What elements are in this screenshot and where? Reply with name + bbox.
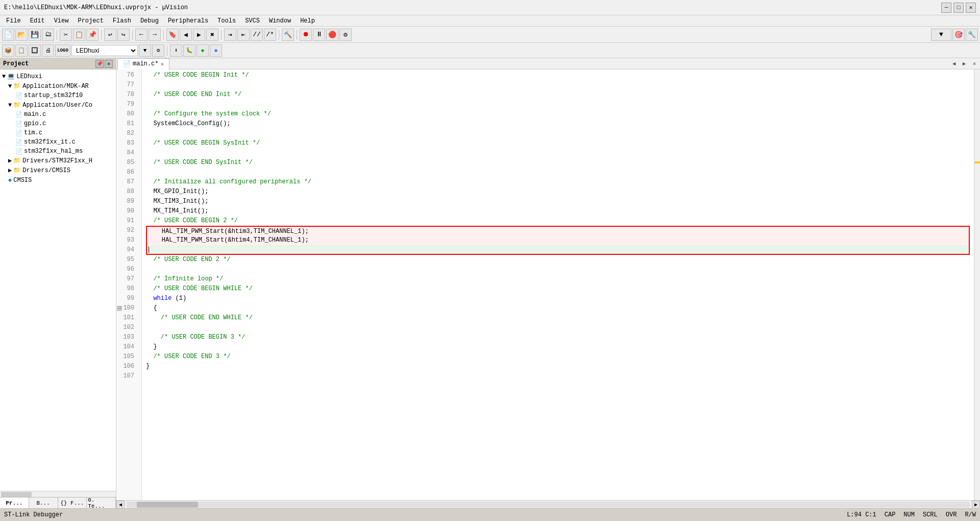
- tab-close-btn[interactable]: ✕: [160, 61, 164, 67]
- tb2-dropdown-btn[interactable]: ▼: [139, 44, 151, 57]
- bottom-scrollbar[interactable]: ◀ ▶: [116, 500, 980, 508]
- stop-btn[interactable]: ⏸: [313, 29, 325, 41]
- tree-app-user[interactable]: ▼ 📁 Application/User/Co: [0, 100, 116, 110]
- cut-btn[interactable]: ✂: [60, 29, 72, 41]
- menu-edit[interactable]: Edit: [26, 16, 49, 26]
- caps-label: CAP: [885, 511, 896, 518]
- lp-tab-books[interactable]: B...: [29, 498, 58, 508]
- tree-tim-c[interactable]: 📄 tim.c: [0, 128, 116, 137]
- menu-file[interactable]: File: [2, 16, 25, 26]
- expand-icon-user: ▼: [8, 102, 12, 109]
- menu-debug[interactable]: Debug: [136, 16, 163, 26]
- code-editor[interactable]: 76 77 78 79 80 81 82 83 84 85 86 87 88 8…: [116, 69, 980, 500]
- menu-tools[interactable]: Tools: [213, 16, 240, 26]
- next-bookmark-btn[interactable]: ▶: [193, 29, 205, 41]
- menu-peripherals[interactable]: Peripherals: [164, 16, 212, 26]
- settings-btn[interactable]: ⚙: [339, 29, 352, 41]
- h-scroll-left[interactable]: ◀: [116, 501, 125, 509]
- tree-app-mdk[interactable]: ▼ 📁 Application/MDK-AR: [0, 81, 116, 91]
- menu-flash[interactable]: Flash: [109, 16, 135, 26]
- tb2-diamond2[interactable]: ◆: [210, 44, 222, 57]
- indent-btn[interactable]: ⇥: [224, 29, 236, 41]
- tree-tim-label: tim.c: [24, 129, 42, 136]
- tree-stm-it[interactable]: 📄 stm32f1xx_it.c: [0, 137, 116, 147]
- tb2-diamond1[interactable]: ◆: [197, 44, 209, 57]
- tree-main-c[interactable]: 📄 main.c: [0, 110, 116, 119]
- tree-drivers-cmsis[interactable]: ▶ 📁 Drivers/CMSIS: [0, 165, 116, 175]
- menu-project[interactable]: Project: [74, 16, 107, 26]
- bookmark-btn[interactable]: 🔖: [166, 29, 179, 41]
- menu-window[interactable]: Window: [265, 16, 295, 26]
- clear-bookmark-btn[interactable]: ✖: [206, 29, 218, 41]
- tb2-btn4[interactable]: 🖨: [42, 44, 54, 57]
- tb2-load-btn[interactable]: ⬇: [170, 44, 182, 57]
- rw-label: R/W: [965, 511, 976, 518]
- code-line-87: /* Initialize all configured peripherals…: [146, 177, 970, 187]
- tab-scroll-right[interactable]: ▶: [960, 59, 969, 68]
- tree-startup[interactable]: 📄 startup_stm32f10: [0, 91, 116, 100]
- expand-icon-cmsis: ▶: [8, 167, 12, 174]
- code-content[interactable]: /* USER CODE BEGIN Init */ /* USER CODE …: [142, 69, 974, 500]
- run-btn[interactable]: ⏺: [300, 29, 312, 41]
- redo-btn[interactable]: ↪: [117, 29, 130, 41]
- tab-close-editor[interactable]: ✕: [970, 59, 979, 68]
- ln-90: 90: [116, 206, 137, 216]
- lp-tab-project[interactable]: Pr...: [0, 498, 29, 508]
- editor-tab-main[interactable]: 📄 main.c* ✕: [117, 58, 169, 69]
- file-icon-tab: 📄: [123, 60, 131, 68]
- undo-btn[interactable]: ↩: [104, 29, 116, 41]
- menu-svcs[interactable]: SVCS: [241, 16, 264, 26]
- comment-btn[interactable]: //: [251, 29, 263, 41]
- tree-user-label: Application/User/Co: [22, 102, 92, 109]
- status-right: L:94 C:1 CAP NUM SCRL OVR R/W: [847, 511, 976, 518]
- maximize-button[interactable]: □: [953, 3, 964, 13]
- project-dropdown[interactable]: LEDhuxi: [71, 45, 138, 56]
- tree-cmsis-gem[interactable]: ◆ CMSIS: [0, 175, 116, 185]
- outdent-btn[interactable]: ⇤: [237, 29, 250, 41]
- minimize-button[interactable]: ─: [941, 3, 951, 13]
- menu-view[interactable]: View: [50, 16, 73, 26]
- panel-close-btn[interactable]: ✕: [105, 60, 113, 68]
- nav-back-btn[interactable]: ←: [135, 29, 148, 41]
- debug-btn[interactable]: 🔴: [326, 29, 338, 41]
- save-all-btn[interactable]: 🗂: [42, 29, 54, 41]
- tree-stm-hal[interactable]: 📄 stm32f1xx_hal_ms: [0, 147, 116, 156]
- uncomment-btn[interactable]: /*: [264, 29, 276, 41]
- tree-gpio-c[interactable]: 📄 gpio.c: [0, 119, 116, 128]
- menu-help[interactable]: Help: [296, 16, 319, 26]
- build-icon-btn[interactable]: 🔨: [282, 29, 294, 41]
- h-scroll-right[interactable]: ▶: [972, 501, 980, 509]
- editor-area: 📄 main.c* ✕ ◀ ▶ ✕ 76 77 78 79 80 81 82: [116, 58, 980, 508]
- ln-99: 99: [116, 294, 137, 303]
- open-btn[interactable]: 📂: [15, 29, 28, 41]
- tree-root[interactable]: ▼ 💻 LEDhuxi: [0, 72, 116, 81]
- tab-scroll-left[interactable]: ◀: [949, 59, 959, 68]
- tb2-logo[interactable]: LOGO: [55, 44, 70, 57]
- new-file-btn[interactable]: 📄: [2, 29, 14, 41]
- wrench-btn[interactable]: 🔧: [966, 29, 978, 41]
- h-scrollbar-thumb[interactable]: [137, 502, 198, 508]
- close-button[interactable]: ✕: [966, 3, 976, 13]
- ln-97: 97: [116, 274, 137, 284]
- h-scrollbar-track[interactable]: [127, 502, 970, 508]
- prev-bookmark-btn[interactable]: ◀: [180, 29, 192, 41]
- ln-88: 88: [116, 187, 137, 197]
- tb2-debug-btn[interactable]: 🐛: [183, 44, 195, 57]
- nav-fwd-btn[interactable]: →: [149, 29, 161, 41]
- tb2-btn1[interactable]: 📦: [2, 44, 14, 57]
- paste-btn[interactable]: 📌: [86, 29, 99, 41]
- lp-tab-templ[interactable]: 0. Te...: [87, 498, 116, 508]
- tb2-settings-btn[interactable]: ⚙: [152, 44, 164, 57]
- tb2-btn2[interactable]: 📋: [15, 44, 28, 57]
- line-numbers: 76 77 78 79 80 81 82 83 84 85 86 87 88 8…: [116, 69, 142, 500]
- view-select-btn[interactable]: ▼: [931, 29, 951, 41]
- panel-pin-btn[interactable]: 📌: [95, 60, 104, 68]
- copy-btn[interactable]: 📋: [73, 29, 85, 41]
- target-btn[interactable]: 🎯: [952, 29, 965, 41]
- expand-icon: ▼: [2, 73, 6, 80]
- tree-drivers-stm[interactable]: ▶ 📁 Drivers/STM32F1xx_H: [0, 156, 116, 165]
- tb2-btn3[interactable]: 🔲: [29, 44, 41, 57]
- save-btn[interactable]: 💾: [29, 29, 41, 41]
- tree-h-scroll[interactable]: [0, 491, 116, 497]
- lp-tab-funcs[interactable]: {} F...: [58, 498, 87, 508]
